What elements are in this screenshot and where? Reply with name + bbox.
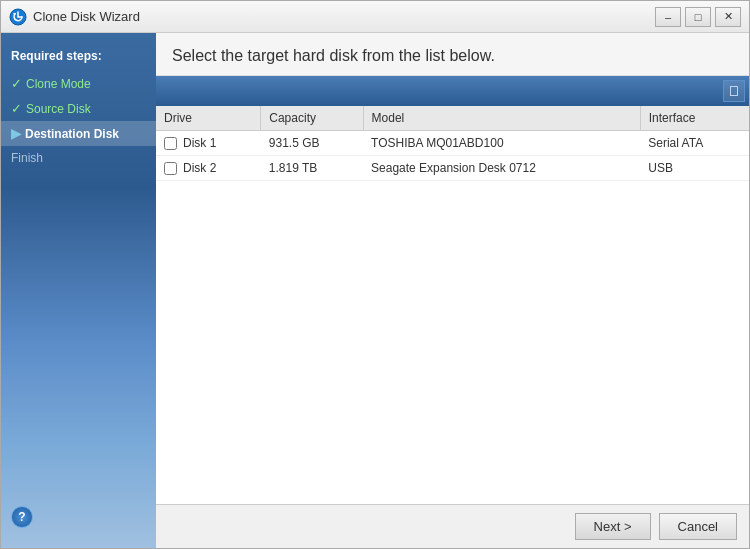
next-button[interactable]: Next > — [575, 513, 651, 540]
col-header-model: Model — [363, 106, 640, 131]
panel-header: Select the target hard disk from the lis… — [156, 33, 749, 76]
minimize-button[interactable]: – — [655, 7, 681, 27]
panel-title: Select the target hard disk from the lis… — [172, 47, 733, 65]
cell-model: Seagate Expansion Desk 0712 — [363, 156, 640, 181]
cell-interface: Serial ATA — [640, 131, 749, 156]
app-icon — [9, 8, 27, 26]
col-header-capacity: Capacity — [261, 106, 363, 131]
cell-drive: Disk 1 — [156, 131, 261, 156]
title-bar: Clone Disk Wizard – □ ✕ — [1, 1, 749, 33]
cancel-button[interactable]: Cancel — [659, 513, 737, 540]
sidebar-label-clone-mode: Clone Mode — [26, 77, 91, 91]
table-row[interactable]: Disk 21.819 TBSeagate Expansion Desk 071… — [156, 156, 749, 181]
sidebar-label-finish: Finish — [11, 151, 43, 165]
disk-checkbox-1[interactable] — [164, 162, 177, 175]
check-icon: ✓ — [11, 76, 22, 91]
maximize-button[interactable]: □ — [685, 7, 711, 27]
main-window: Clone Disk Wizard – □ ✕ Required steps: … — [0, 0, 750, 549]
table-row[interactable]: Disk 1931.5 GBTOSHIBA MQ01ABD100Serial A… — [156, 131, 749, 156]
disk-checkbox-0[interactable] — [164, 137, 177, 150]
sidebar-item-source-disk[interactable]: ✓ Source Disk — [1, 96, 156, 121]
close-button[interactable]: ✕ — [715, 7, 741, 27]
toolbar-icon-button[interactable]: 🗌 — [723, 80, 745, 102]
sidebar-section-title: Required steps: — [1, 45, 156, 71]
window-title: Clone Disk Wizard — [33, 9, 655, 24]
sidebar-label-source-disk: Source Disk — [26, 102, 91, 116]
window-controls: – □ ✕ — [655, 7, 741, 27]
table-header-row: Drive Capacity Model Interface — [156, 106, 749, 131]
arrow-icon: ▶ — [11, 126, 21, 141]
cell-interface: USB — [640, 156, 749, 181]
sidebar-item-destination-disk[interactable]: ▶ Destination Disk — [1, 121, 156, 146]
sidebar-label-destination-disk: Destination Disk — [25, 127, 119, 141]
drive-label: Disk 1 — [183, 136, 216, 150]
help-button[interactable]: ? — [11, 506, 33, 528]
cell-capacity: 1.819 TB — [261, 156, 363, 181]
sidebar-footer: ? — [1, 498, 156, 536]
cell-drive: Disk 2 — [156, 156, 261, 181]
bottom-bar: Next > Cancel — [156, 504, 749, 548]
disk-table: Drive Capacity Model Interface Disk 1931… — [156, 106, 749, 181]
check-icon-2: ✓ — [11, 101, 22, 116]
main-content: Required steps: ✓ Clone Mode ✓ Source Di… — [1, 33, 749, 548]
disk-table-container[interactable]: Drive Capacity Model Interface Disk 1931… — [156, 106, 749, 504]
drive-label: Disk 2 — [183, 161, 216, 175]
right-panel: Select the target hard disk from the lis… — [156, 33, 749, 548]
toolbar-area: 🗌 — [156, 76, 749, 106]
cell-capacity: 931.5 GB — [261, 131, 363, 156]
col-header-drive: Drive — [156, 106, 261, 131]
sidebar-item-clone-mode[interactable]: ✓ Clone Mode — [1, 71, 156, 96]
col-header-interface: Interface — [640, 106, 749, 131]
sidebar: Required steps: ✓ Clone Mode ✓ Source Di… — [1, 33, 156, 548]
cell-model: TOSHIBA MQ01ABD100 — [363, 131, 640, 156]
sidebar-item-finish: Finish — [1, 146, 156, 170]
